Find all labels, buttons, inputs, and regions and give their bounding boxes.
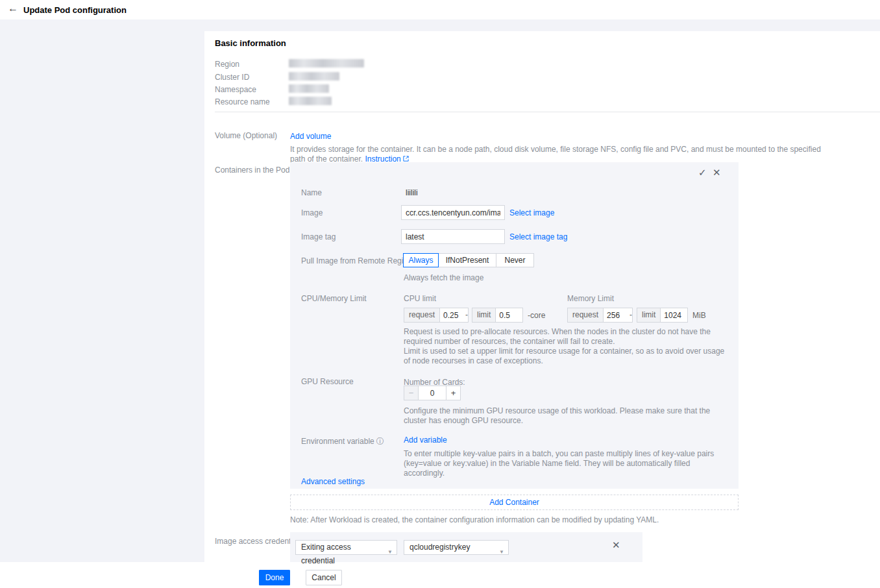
update-pod-configuration-page: ← Update Pod configuration Basic informa…: [0, 0, 880, 588]
done-button[interactable]: Done: [259, 570, 290, 585]
image-label: Image: [301, 208, 323, 217]
info-icon[interactable]: ⓘ: [376, 436, 384, 447]
add-container-button[interactable]: Add Container: [290, 495, 739, 510]
region-label: Region: [215, 60, 239, 69]
image-input[interactable]: [401, 205, 505, 220]
container-name-label: Name: [301, 188, 322, 197]
memory-request-input[interactable]: [603, 308, 633, 323]
credential-key-select[interactable]: qcloudregistrykey ▼: [404, 540, 509, 555]
credential-type-select[interactable]: Exiting access credential ▼: [295, 540, 397, 555]
basic-information-title: Basic information: [215, 38, 286, 48]
region-value-redacted: [289, 59, 364, 67]
environment-variable-description: To enter multiple key-value pairs in a b…: [404, 449, 731, 478]
gpu-resource-label: GPU Resource: [301, 377, 354, 386]
resource-name-label: Resource name: [215, 97, 270, 106]
workload-note: Note: After Workload is created, the con…: [290, 515, 659, 524]
gpu-description: Configure the minimum GPU resource usage…: [404, 406, 722, 426]
pull-policy-label: Pull Image from Remote Registry: [301, 256, 416, 265]
cpu-request-group: request: [404, 308, 469, 323]
add-volume-link[interactable]: Add volume: [290, 132, 331, 141]
confirm-container-icon[interactable]: ✓: [698, 167, 707, 177]
image-access-credential-label: Image access credential: [215, 537, 299, 546]
pull-policy-ifnotpresent-button[interactable]: IfNotPresent: [438, 253, 496, 267]
memory-dash-separator: -: [629, 310, 632, 319]
environment-variable-label-text: Environment variable: [301, 437, 374, 446]
memory-request-group: request: [567, 308, 633, 323]
memory-limit-input[interactable]: [660, 308, 688, 323]
cpu-request-addon: request: [404, 308, 439, 323]
cpu-limit-group: limit: [472, 308, 523, 323]
gpu-count-input[interactable]: [418, 386, 446, 400]
cluster-id-label: Cluster ID: [215, 73, 249, 82]
chevron-down-icon: ▼: [499, 545, 504, 559]
credential-key-value: qcloudregistrykey: [409, 543, 470, 552]
cpu-memory-description-1: Request is used to pre-allocate resource…: [404, 327, 728, 347]
chevron-down-icon: ▼: [387, 545, 393, 559]
back-arrow-icon[interactable]: ←: [8, 3, 18, 14]
gpu-stepper: − +: [404, 386, 461, 400]
select-image-tag-link[interactable]: Select image tag: [509, 232, 567, 241]
remove-credential-icon[interactable]: ✕: [612, 540, 620, 550]
credential-type-value: Exiting access credential: [301, 543, 351, 565]
cpu-unit-label: -core: [528, 311, 545, 320]
cpu-dash-separator: -: [465, 310, 468, 319]
namespace-label: Namespace: [215, 85, 256, 94]
cluster-id-value-redacted: [289, 72, 339, 80]
volume-label: Volume (Optional): [215, 131, 277, 140]
gpu-decrease-button[interactable]: −: [404, 386, 419, 400]
container-editor-panel: ✓ ✕ Name liilili Image Select image Imag…: [290, 162, 739, 489]
external-link-icon: [402, 155, 409, 162]
memory-limit-title: Memory Limit: [567, 294, 614, 304]
cpu-limit-input[interactable]: [495, 308, 523, 323]
cpu-memory-description-2: Limit is used to set a upper limit for r…: [404, 347, 728, 366]
image-tag-input[interactable]: [401, 229, 505, 244]
cpu-memory-limit-label: CPU/Memory Limit: [301, 294, 367, 303]
form-card: Basic information Region Cluster ID Name…: [204, 31, 880, 588]
credential-panel: Exiting access credential ▼ qcloudregist…: [290, 532, 642, 562]
gpu-increase-button[interactable]: +: [446, 386, 461, 400]
resource-name-value-redacted: [289, 97, 332, 105]
pull-policy-always-button[interactable]: Always: [403, 253, 439, 267]
section-divider: [215, 112, 880, 112]
image-tag-label: Image tag: [301, 232, 336, 241]
page-title: Update Pod configuration: [23, 5, 127, 15]
cpu-request-input[interactable]: [439, 308, 469, 323]
container-name-value: liilili: [406, 188, 418, 197]
pull-policy-button-group: Always IfNotPresent Never: [404, 253, 534, 267]
namespace-value-redacted: [289, 84, 329, 93]
topbar: ← Update Pod configuration: [0, 0, 880, 19]
pull-policy-never-button[interactable]: Never: [496, 253, 534, 267]
cpu-limit-addon: limit: [472, 308, 495, 323]
add-variable-link[interactable]: Add variable: [404, 435, 447, 445]
containers-in-pod-label: Containers in the Pod: [215, 165, 289, 175]
advanced-settings-link[interactable]: Advanced settings: [301, 477, 365, 486]
cpu-limit-title: CPU limit: [404, 294, 436, 304]
memory-limit-group: limit: [637, 308, 688, 323]
remove-container-icon[interactable]: ✕: [713, 167, 721, 177]
environment-variable-label: Environment variableⓘ: [301, 436, 384, 447]
memory-unit-label: MiB: [692, 311, 706, 320]
memory-request-addon: request: [567, 308, 603, 323]
pull-policy-hint: Always fetch the image: [404, 273, 483, 283]
memory-limit-addon: limit: [637, 308, 660, 323]
select-image-link[interactable]: Select image: [509, 208, 554, 217]
cancel-button[interactable]: Cancel: [306, 570, 342, 585]
volume-description: It provides storage for the container. I…: [290, 145, 829, 164]
